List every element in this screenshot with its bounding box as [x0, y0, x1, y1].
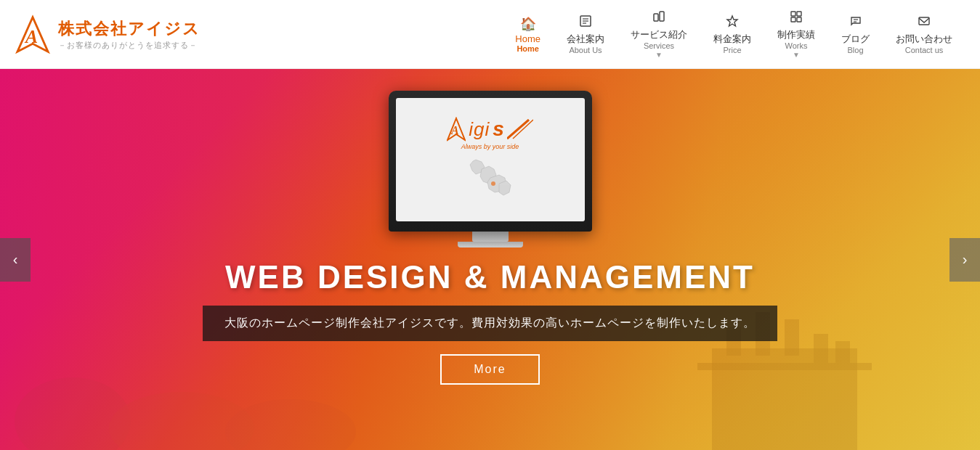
monitor-screen: A igi s Always by your side	[396, 98, 585, 221]
japan-map-icon	[454, 156, 527, 200]
home-icon: 🏠	[520, 16, 536, 32]
svg-rect-7	[660, 12, 664, 21]
screen-logo-a-icon: A	[447, 117, 466, 142]
logo-text-block: 株式会社アイジス －お客様のありがとうを追求する－	[58, 18, 201, 51]
svg-rect-14	[919, 17, 929, 25]
nav-item-home[interactable]: 🏠 Home Home	[502, 10, 554, 59]
nav-item-contact[interactable]: お問い合わせ Contact us	[883, 9, 965, 60]
computer-mockup: A igi s Always by your side	[389, 91, 592, 248]
header: A 株式会社アイジス －お客様のありがとうを追求する－ 🏠 Home Home …	[0, 0, 980, 69]
logo-icon: A	[15, 15, 51, 54]
nav-works-label-jp: 制作実績	[777, 28, 815, 41]
hero-prev-arrow[interactable]: ‹	[0, 238, 31, 282]
nav-home-label-jp: Home	[515, 33, 540, 44]
hero-content: WEB DESIGN & MANAGEMENT 大阪のホームページ制作会社アイジ…	[163, 259, 817, 385]
nav-about-label-en: About Us	[569, 46, 602, 54]
works-icon	[790, 10, 803, 27]
prev-chevron-icon: ‹	[13, 251, 18, 268]
services-icon	[652, 10, 665, 27]
hero-subtitle: 大阪のホームページ制作会社アイジスです。費用対効果の高いホームページを制作いたし…	[224, 316, 756, 331]
nav-item-blog[interactable]: ブログ Blog	[828, 9, 883, 60]
hero-subtitle-box: 大阪のホームページ制作会社アイジスです。費用対効果の高いホームページを制作いたし…	[203, 306, 777, 341]
about-icon	[579, 15, 592, 31]
logo-title: 株式会社アイジス	[58, 18, 201, 40]
monitor-outer: A igi s Always by your side	[389, 91, 592, 232]
nav-contact-label-en: Contact us	[905, 46, 944, 54]
nav-item-price[interactable]: 料金案内 Price	[700, 9, 764, 60]
hero-title: WEB DESIGN & MANAGEMENT	[163, 259, 817, 295]
hero-section: A igi s Always by your side	[0, 69, 980, 450]
works-chevron-icon: ▼	[793, 51, 800, 59]
main-nav: 🏠 Home Home 会社案内 About Us サービス紹介 Service…	[201, 4, 965, 65]
svg-line-27	[507, 120, 529, 139]
nav-price-label-jp: 料金案内	[713, 33, 751, 46]
svg-point-29	[491, 181, 495, 186]
screen-tagline: Always by your side	[447, 143, 533, 150]
screen-aigis-text: igi	[469, 118, 490, 141]
nav-services-label-jp: サービス紹介	[631, 28, 687, 41]
screen-aigis-slash: s	[493, 118, 504, 141]
nav-item-works[interactable]: 制作実績 Works ▼	[764, 4, 828, 65]
svg-rect-21	[835, 341, 850, 363]
svg-rect-8	[791, 12, 795, 16]
monitor-screen-content: A igi s Always by your side	[440, 110, 540, 210]
hero-next-arrow[interactable]: ›	[949, 238, 980, 282]
nav-item-services[interactable]: サービス紹介 Services ▼	[617, 4, 700, 65]
screen-slash-icon	[507, 118, 533, 140]
nav-works-label-en: Works	[785, 41, 808, 50]
nav-price-label-en: Price	[723, 46, 741, 54]
blog-icon	[849, 15, 862, 31]
services-chevron-icon: ▼	[655, 51, 663, 59]
hero-more-button[interactable]: More	[440, 354, 539, 385]
nav-blog-label-en: Blog	[847, 46, 863, 54]
svg-rect-6	[654, 14, 658, 21]
nav-item-about[interactable]: 会社案内 About Us	[554, 9, 617, 60]
svg-rect-11	[797, 17, 801, 22]
nav-home-label-en: Home	[517, 44, 539, 53]
svg-text:A: A	[450, 124, 459, 136]
svg-line-28	[513, 120, 533, 139]
price-icon	[726, 15, 739, 31]
nav-about-label-jp: 会社案内	[567, 33, 604, 46]
next-chevron-icon: ›	[963, 251, 968, 268]
nav-blog-label-jp: ブログ	[841, 33, 870, 46]
nav-services-label-en: Services	[644, 41, 674, 50]
svg-rect-10	[791, 17, 795, 22]
logo-subtitle: －お客様のありがとうを追求する－	[58, 40, 201, 51]
nav-contact-label-jp: お問い合わせ	[896, 33, 952, 46]
svg-text:A: A	[24, 25, 38, 46]
logo-area: A 株式会社アイジス －お客様のありがとうを追求する－	[15, 15, 201, 54]
svg-point-24	[225, 399, 356, 450]
monitor-stand	[472, 232, 509, 242]
svg-rect-9	[797, 12, 801, 16]
monitor-base	[458, 242, 523, 248]
contact-icon	[918, 15, 931, 31]
